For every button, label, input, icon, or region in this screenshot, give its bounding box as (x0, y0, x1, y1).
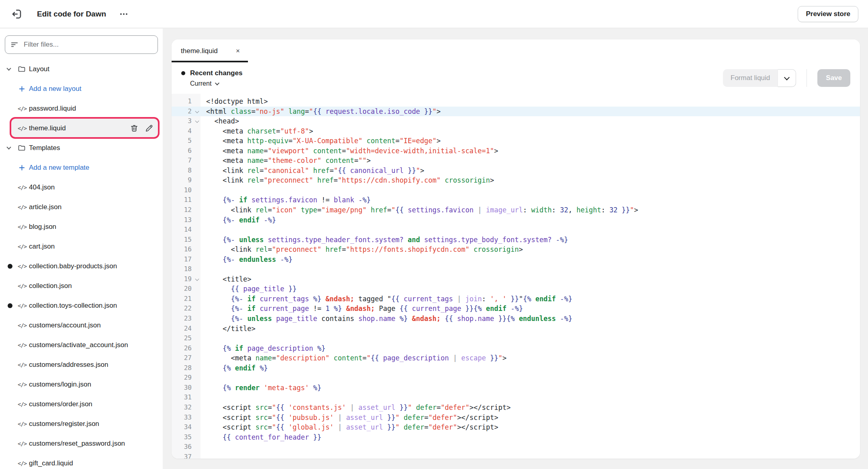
tree-file-article-json[interactable]: </>article.json (0, 197, 163, 217)
line-number: 21 (172, 294, 201, 304)
tree-folder-templates[interactable]: Templates (0, 138, 163, 158)
code-line-25[interactable]: 25 (172, 333, 860, 344)
tree-file-customers-order-json[interactable]: </>customers/order.json (0, 394, 163, 414)
code-editor[interactable]: 1<!doctype html>2<html class="no-js" lan… (172, 94, 860, 459)
tab-close-icon[interactable]: × (236, 47, 240, 54)
code-line-31[interactable]: 31 (172, 393, 860, 403)
code-file-icon: </> (18, 124, 27, 132)
tree-file-collection-baby-products-json[interactable]: </>collection.baby-products.json (0, 256, 163, 276)
line-number: 23 (172, 314, 201, 324)
fold-toggle-icon[interactable] (195, 277, 199, 281)
tree-folder-layout[interactable]: Layout (0, 59, 163, 79)
tree-item-label: customers/activate_account.json (29, 341, 128, 349)
version-dropdown[interactable]: Current (190, 80, 242, 87)
code-text: <meta charset="utf-8"> (201, 126, 313, 136)
fold-toggle-icon[interactable] (195, 119, 199, 123)
tree-file-customers-login-json[interactable]: </>customers/login.json (0, 374, 163, 394)
line-number: 15 (172, 235, 201, 245)
code-line-36[interactable]: 36 (172, 442, 860, 452)
delete-file-button[interactable] (129, 123, 139, 133)
code-text: {%- if settings.favicon != blank -%} (201, 195, 371, 205)
code-line-13[interactable]: 13 {%- endif -%} (172, 215, 860, 225)
filter-files-input[interactable] (5, 35, 158, 54)
fold-toggle-icon[interactable] (195, 109, 199, 113)
format-liquid-menu-button[interactable] (778, 69, 796, 87)
tree-file-password-liquid[interactable]: </>password.liquid (0, 99, 163, 118)
code-line-18[interactable]: 18 (172, 264, 860, 274)
code-line-35[interactable]: 35 {{ content_for_header }} (172, 432, 860, 442)
code-line-29[interactable]: 29 (172, 373, 860, 383)
code-line-10[interactable]: 10 (172, 185, 860, 195)
code-text (201, 185, 206, 195)
code-line-6[interactable]: 6 <meta name="viewport" content="width=d… (172, 146, 860, 156)
preview-store-button[interactable]: Preview store (798, 6, 858, 22)
code-line-21[interactable]: 21 {%- if current_tags %} &ndash; tagged… (172, 294, 860, 304)
code-line-27[interactable]: 27 <meta name="description" content="{{ … (172, 353, 860, 363)
format-liquid-button[interactable]: Format liquid (723, 69, 778, 87)
code-line-5[interactable]: 5 <meta http-equiv="X-UA-Compatible" con… (172, 136, 860, 146)
tree-file-customers-reset-password-json[interactable]: </>customers/reset_password.json (0, 434, 163, 453)
code-line-23[interactable]: 23 {%- unless page_title contains shop.n… (172, 314, 860, 324)
tab-theme-liquid[interactable]: theme.liquid × (172, 39, 248, 62)
code-line-12[interactable]: 12 <link rel="icon" type="image/png" hre… (172, 205, 860, 215)
tree-file-customers-account-json[interactable]: </>customers/account.json (0, 315, 163, 335)
tree-file-gift-card-liquid[interactable]: </>gift_card.liquid (0, 453, 163, 469)
code-text (201, 225, 206, 235)
code-line-20[interactable]: 20 {{ page_title }} (172, 284, 860, 294)
more-actions-button[interactable] (117, 8, 131, 20)
tree-file-customers-addresses-json[interactable]: </>customers/addresses.json (0, 355, 163, 374)
code-file-icon: </> (18, 440, 27, 448)
code-line-32[interactable]: 32 <script src="{{ 'constants.js' | asse… (172, 403, 860, 413)
trash-icon (130, 124, 139, 133)
code-file-icon: </> (18, 243, 27, 251)
tree-item-label: Add a new layout (29, 85, 81, 93)
tree-file-customers-activate-account-json[interactable]: </>customers/activate_account.json (0, 335, 163, 355)
code-line-15[interactable]: 15 {%- unless settings.type_header_font.… (172, 235, 860, 245)
code-line-4[interactable]: 4 <meta charset="utf-8"> (172, 126, 860, 136)
code-line-37[interactable]: 37 (172, 452, 860, 459)
code-line-3[interactable]: 3 <head> (172, 116, 860, 126)
tree-file-404-json[interactable]: </>404.json (0, 177, 163, 197)
code-text: {%- if current_page != 1 %} &ndash; Page… (201, 304, 523, 314)
code-line-16[interactable]: 16 <link rel="preconnect" href="https://… (172, 245, 860, 255)
code-text: <link rel="canonical" href="{{ canonical… (201, 166, 424, 176)
code-text: {% render 'meta-tags' %} (201, 383, 321, 393)
tree-file-collection-json[interactable]: </>collection.json (0, 276, 163, 296)
code-line-1[interactable]: 1<!doctype html> (172, 97, 860, 107)
line-number: 20 (172, 284, 201, 294)
code-line-34[interactable]: 34 <script src="{{ 'global.js' | asset_u… (172, 422, 860, 432)
code-line-9[interactable]: 9 <link rel="preconnect" href="https://c… (172, 175, 860, 185)
tree-add-add-a-new-template[interactable]: Add a new template (0, 158, 163, 177)
code-line-28[interactable]: 28 {% endif %} (172, 363, 860, 373)
code-line-24[interactable]: 24 </title> (172, 324, 860, 334)
code-text: <script src="{{ 'global.js' | asset_url … (201, 422, 498, 432)
code-line-17[interactable]: 17 {%- endunless -%} (172, 255, 860, 265)
code-text (201, 264, 206, 274)
tree-file-blog-json[interactable]: </>blog.json (0, 217, 163, 237)
code-line-14[interactable]: 14 (172, 225, 860, 235)
line-number: 35 (172, 432, 201, 442)
code-line-30[interactable]: 30 {% render 'meta-tags' %} (172, 383, 860, 393)
save-button[interactable]: Save (817, 69, 850, 87)
rename-file-button[interactable] (144, 123, 154, 133)
code-line-2[interactable]: 2<html class="no-js" lang="{{ request.lo… (172, 107, 860, 117)
file-tree: LayoutAdd a new layout</>password.liquid… (0, 59, 163, 469)
tree-file-cart-json[interactable]: </>cart.json (0, 237, 163, 256)
tree-file-customers-register-json[interactable]: </>customers/register.json (0, 414, 163, 434)
tree-item-label: customers/order.json (29, 400, 92, 408)
code-line-22[interactable]: 22 {%- if current_page != 1 %} &ndash; P… (172, 304, 860, 314)
code-file-icon: </> (18, 321, 27, 329)
tree-file-theme-liquid[interactable]: </>theme.liquid (0, 118, 163, 138)
code-line-19[interactable]: 19 <title> (172, 274, 860, 284)
code-file-icon: </> (18, 400, 27, 408)
exit-editor-button[interactable] (10, 7, 24, 21)
code-line-7[interactable]: 7 <meta name="theme-color" content=""> (172, 156, 860, 166)
tree-add-add-a-new-layout[interactable]: Add a new layout (0, 79, 163, 99)
code-line-33[interactable]: 33 <script src="{{ 'pubsub.js' | asset_u… (172, 413, 860, 423)
tree-file-collection-toys-collection-json[interactable]: </>collection.toys-collection.json (0, 296, 163, 315)
line-number: 28 (172, 363, 201, 373)
code-line-8[interactable]: 8 <link rel="canonical" href="{{ canonic… (172, 166, 860, 176)
code-line-26[interactable]: 26 {% if page_description %} (172, 344, 860, 354)
tree-item-label: customers/account.json (29, 321, 101, 329)
code-line-11[interactable]: 11 {%- if settings.favicon != blank -%} (172, 195, 860, 205)
